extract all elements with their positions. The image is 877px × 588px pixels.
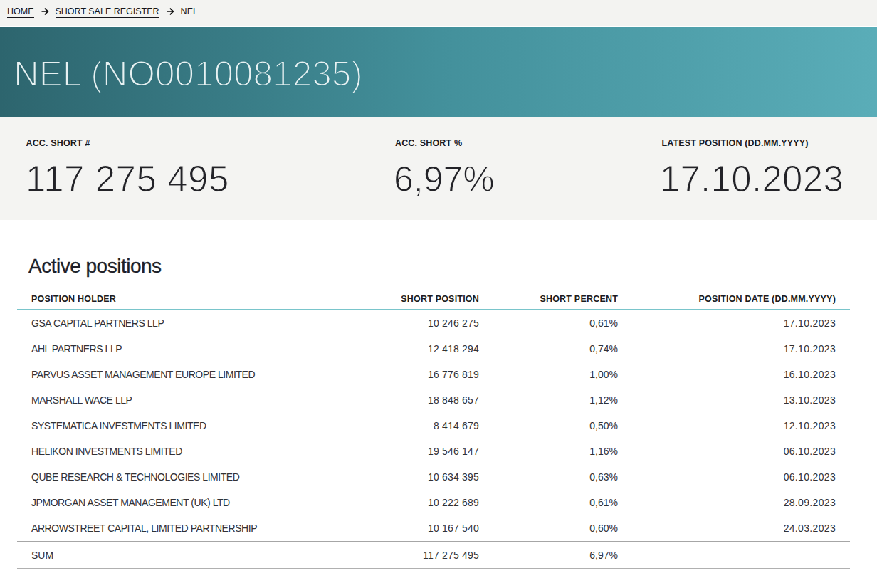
svg-text:NEL (NO0010081235): NEL (NO0010081235): [14, 54, 363, 93]
svg-text:17.10.2023: 17.10.2023: [660, 159, 844, 199]
svg-text:6,97%: 6,97%: [394, 159, 495, 199]
svg-text:117 275 495: 117 275 495: [26, 159, 229, 199]
